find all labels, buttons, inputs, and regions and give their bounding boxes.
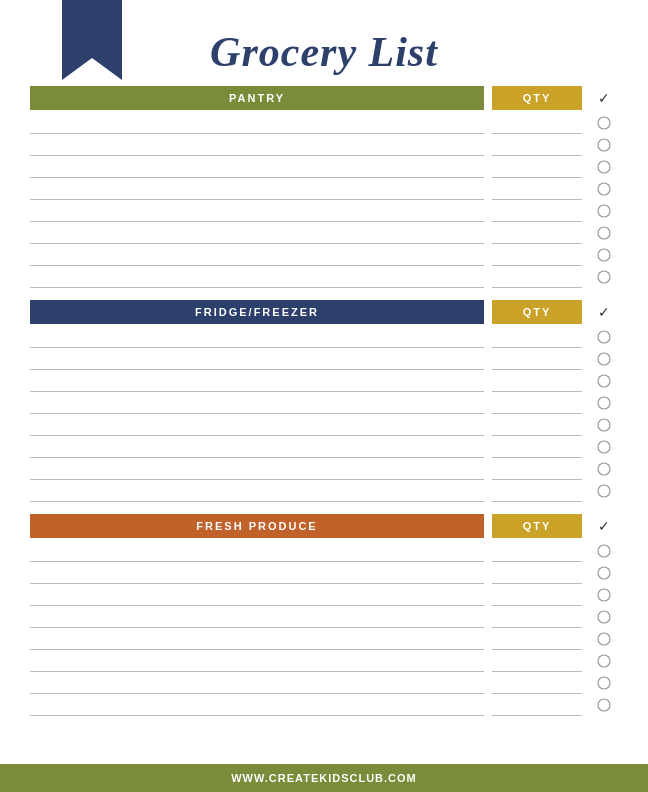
check-circle[interactable]: [590, 178, 618, 200]
check-circle[interactable]: [590, 200, 618, 222]
table-row: [30, 200, 618, 222]
qty-line[interactable]: [492, 244, 582, 266]
check-circle[interactable]: [590, 392, 618, 414]
svg-point-18: [598, 567, 610, 579]
check-circle[interactable]: [590, 562, 618, 584]
table-row: [30, 222, 618, 244]
table-row: [30, 178, 618, 200]
table-row: [30, 134, 618, 156]
qty-line[interactable]: [492, 266, 582, 288]
table-row: [30, 348, 618, 370]
item-line[interactable]: [30, 562, 484, 584]
item-line[interactable]: [30, 694, 484, 716]
qty-line[interactable]: [492, 606, 582, 628]
item-line[interactable]: [30, 606, 484, 628]
check-circle[interactable]: [590, 606, 618, 628]
qty-line[interactable]: [492, 370, 582, 392]
item-line[interactable]: [30, 134, 484, 156]
qty-line[interactable]: [492, 584, 582, 606]
qty-line[interactable]: [492, 458, 582, 480]
check-circle[interactable]: [590, 650, 618, 672]
svg-point-12: [598, 397, 610, 409]
qty-line[interactable]: [492, 200, 582, 222]
item-line[interactable]: [30, 672, 484, 694]
item-line[interactable]: [30, 414, 484, 436]
qty-line[interactable]: [492, 628, 582, 650]
qty-line[interactable]: [492, 348, 582, 370]
item-line[interactable]: [30, 112, 484, 134]
svg-point-4: [598, 183, 610, 195]
item-line[interactable]: [30, 222, 484, 244]
check-circle[interactable]: [590, 540, 618, 562]
qty-line[interactable]: [492, 436, 582, 458]
qty-line[interactable]: [492, 326, 582, 348]
qty-line[interactable]: [492, 650, 582, 672]
footer-text: WWW.CREATEKIDSCLUB.COM: [231, 772, 417, 784]
qty-line[interactable]: [492, 540, 582, 562]
item-line[interactable]: [30, 480, 484, 502]
item-line[interactable]: [30, 326, 484, 348]
qty-line[interactable]: [492, 392, 582, 414]
item-line[interactable]: [30, 370, 484, 392]
table-row: [30, 584, 618, 606]
qty-line[interactable]: [492, 562, 582, 584]
svg-point-17: [598, 545, 610, 557]
check-circle[interactable]: [590, 244, 618, 266]
check-circle[interactable]: [590, 112, 618, 134]
qty-line[interactable]: [492, 414, 582, 436]
qty-line[interactable]: [492, 178, 582, 200]
pantry-label: PANTRY: [30, 86, 484, 110]
svg-point-2: [598, 139, 610, 151]
check-circle[interactable]: [590, 222, 618, 244]
check-circle[interactable]: [590, 370, 618, 392]
qty-line[interactable]: [492, 694, 582, 716]
item-line[interactable]: [30, 266, 484, 288]
check-circle[interactable]: [590, 458, 618, 480]
qty-line[interactable]: [492, 480, 582, 502]
item-line[interactable]: [30, 348, 484, 370]
item-line[interactable]: [30, 436, 484, 458]
check-circle[interactable]: [590, 584, 618, 606]
bookmark-icon: [62, 0, 122, 80]
item-line[interactable]: [30, 244, 484, 266]
item-line[interactable]: [30, 458, 484, 480]
check-circle[interactable]: [590, 266, 618, 288]
check-circle[interactable]: [590, 436, 618, 458]
svg-point-3: [598, 161, 610, 173]
check-circle[interactable]: [590, 628, 618, 650]
check-circle[interactable]: [590, 156, 618, 178]
qty-line[interactable]: [492, 112, 582, 134]
check-circle[interactable]: [590, 348, 618, 370]
fridge-qty-label: QTY: [492, 300, 582, 324]
pantry-check-header: ✓: [590, 90, 618, 106]
svg-marker-0: [62, 0, 122, 80]
qty-line[interactable]: [492, 134, 582, 156]
fridge-label: FRIDGE/FREEZER: [30, 300, 484, 324]
check-circle[interactable]: [590, 672, 618, 694]
check-circle[interactable]: [590, 694, 618, 716]
svg-point-7: [598, 249, 610, 261]
item-line[interactable]: [30, 584, 484, 606]
check-circle[interactable]: [590, 480, 618, 502]
qty-line[interactable]: [492, 672, 582, 694]
check-circle[interactable]: [590, 326, 618, 348]
svg-point-1: [598, 117, 610, 129]
item-line[interactable]: [30, 650, 484, 672]
qty-line[interactable]: [492, 156, 582, 178]
check-circle[interactable]: [590, 134, 618, 156]
item-line[interactable]: [30, 200, 484, 222]
item-line[interactable]: [30, 628, 484, 650]
item-line[interactable]: [30, 178, 484, 200]
item-line[interactable]: [30, 540, 484, 562]
svg-point-8: [598, 271, 610, 283]
produce-section: FRESH PRODUCE QTY ✓: [30, 514, 618, 716]
item-line[interactable]: [30, 156, 484, 178]
produce-qty-label: QTY: [492, 514, 582, 538]
svg-point-23: [598, 677, 610, 689]
qty-line[interactable]: [492, 222, 582, 244]
table-row: [30, 562, 618, 584]
check-circle[interactable]: [590, 414, 618, 436]
pantry-header: PANTRY QTY ✓: [30, 86, 618, 110]
table-row: [30, 694, 618, 716]
item-line[interactable]: [30, 392, 484, 414]
